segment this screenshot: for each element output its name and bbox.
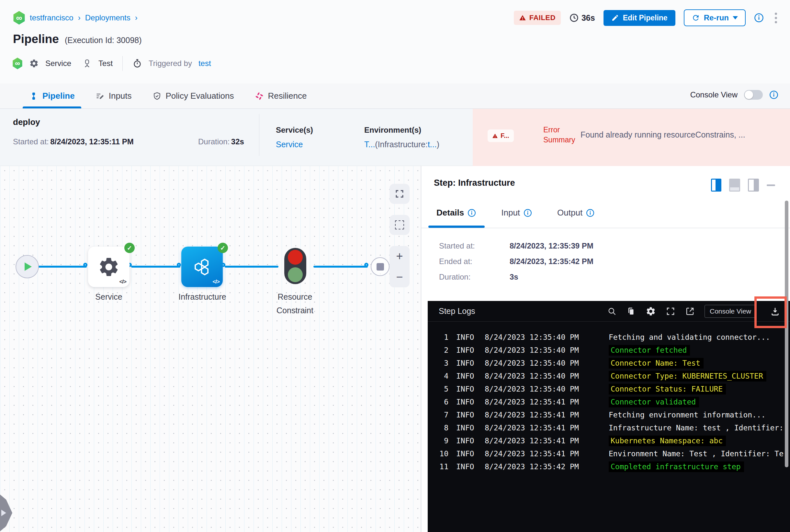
page-title: Pipeline xyxy=(13,32,59,46)
info-icon[interactable] xyxy=(769,90,778,99)
detail-row: Duration: 3s xyxy=(439,269,593,285)
shield-check-icon xyxy=(152,92,162,101)
title-row: Pipeline (Execution Id: 30098) xyxy=(13,32,142,46)
code-icon: </> xyxy=(213,279,220,285)
info-icon[interactable] xyxy=(523,209,532,217)
environment-icon xyxy=(82,59,92,68)
fit-to-screen-button[interactable] xyxy=(389,184,409,204)
step-logs-panel: Step Logs Console View xyxy=(428,301,790,532)
log-lines[interactable]: 1INFO8/24/2023 12:35:40 PMFetching and v… xyxy=(428,322,790,473)
fullscreen-icon[interactable] xyxy=(666,306,675,316)
edit-pipeline-label: Edit Pipeline xyxy=(623,14,668,22)
zoom-out-button[interactable]: − xyxy=(396,271,403,283)
breadcrumb-project-link[interactable]: testfrancisco xyxy=(30,13,73,22)
chevron-down-icon xyxy=(733,16,738,19)
traffic-light-red xyxy=(288,250,303,265)
divider xyxy=(122,56,123,71)
pipeline-start-node[interactable] xyxy=(16,255,39,278)
split-bottom-view-button[interactable] xyxy=(729,178,740,192)
expand-arrow-icon xyxy=(1,510,6,516)
rerun-button[interactable]: Re-run xyxy=(684,10,746,26)
more-options-button[interactable] xyxy=(772,11,779,24)
tab-label: Pipeline xyxy=(42,91,75,101)
divider xyxy=(259,114,259,156)
divider xyxy=(421,228,790,228)
split-right-view-button[interactable] xyxy=(711,178,721,192)
tab-details[interactable]: Details xyxy=(437,208,476,218)
stop-icon xyxy=(376,263,384,270)
warning-icon xyxy=(519,14,526,21)
step-logs-header: Step Logs Console View xyxy=(428,301,790,322)
node-label: Infrastructure xyxy=(165,290,240,304)
step-panel-title: Step: Infrastructure xyxy=(434,178,515,188)
tab-input[interactable]: Input xyxy=(501,208,532,218)
step-detail-rows: Started at: 8/24/2023, 12:35:39 PM Ended… xyxy=(439,238,593,285)
breadcrumb-deployments-link[interactable]: Deployments xyxy=(85,13,130,22)
log-settings-icon[interactable] xyxy=(646,306,656,317)
pencil-icon xyxy=(611,14,619,22)
log-line: 8INFO8/24/2023 12:35:41 PMInfrastructure… xyxy=(436,421,790,434)
log-line: 9INFO8/24/2023 12:35:41 PMKubernetes Nam… xyxy=(436,434,790,447)
header-actions: FAILED 36s Edit Pipeline Re-run xyxy=(514,9,779,26)
inputs-icon xyxy=(95,92,105,101)
gear-icon xyxy=(29,59,39,68)
service-node[interactable]: </> xyxy=(88,247,129,287)
open-external-icon[interactable] xyxy=(685,306,695,316)
edge xyxy=(38,266,87,268)
minimize-panel-button[interactable] xyxy=(767,185,775,186)
console-view-button[interactable]: Console View xyxy=(704,305,756,318)
error-summary-zone: F... Error Summary Found already running… xyxy=(473,109,790,166)
copy-icon[interactable] xyxy=(626,306,636,316)
console-view-toggle[interactable] xyxy=(744,90,763,100)
panel-layout-controls xyxy=(711,178,775,192)
edit-pipeline-button[interactable]: Edit Pipeline xyxy=(604,10,675,26)
tab-label: Policy Evaluations xyxy=(166,91,234,101)
panel-scrollbar[interactable] xyxy=(785,201,788,467)
node-port xyxy=(83,263,87,267)
pipeline-end-node[interactable] xyxy=(371,257,389,276)
split-panel-view-button[interactable] xyxy=(748,178,759,192)
step-logs-title: Step Logs xyxy=(439,306,475,316)
harness-logo-icon: ∞ xyxy=(13,11,25,24)
tab-output[interactable]: Output xyxy=(557,208,594,218)
play-icon xyxy=(24,263,32,271)
console-view-cluster: Console View xyxy=(690,90,778,100)
success-check-icon: ✓ xyxy=(124,243,135,253)
edge xyxy=(313,266,368,268)
refresh-icon xyxy=(692,14,700,22)
tab-resilience[interactable]: Resilience xyxy=(247,83,315,109)
info-icon[interactable] xyxy=(754,13,764,23)
log-line: 10INFO8/24/2023 12:35:41 PMEnvironment N… xyxy=(436,447,790,460)
node-label: Service xyxy=(88,290,129,304)
page-header: ∞ testfrancisco › Deployments › Pipeline… xyxy=(0,0,790,83)
execution-summary-bar: deploy Started at: 8/24/2023, 12:35:11 P… xyxy=(0,109,790,166)
marquee-icon xyxy=(395,221,404,229)
infrastructure-node[interactable]: </> xyxy=(181,247,223,287)
info-icon[interactable] xyxy=(586,209,594,217)
resource-constraint-node[interactable] xyxy=(284,248,306,284)
tab-policy-evaluations[interactable]: Policy Evaluations xyxy=(145,83,242,109)
pipeline-graph-canvas[interactable] xyxy=(0,166,421,532)
node-label: Resource Constraint xyxy=(269,290,321,317)
zoom-controls: + − xyxy=(389,246,409,287)
tab-pipeline[interactable]: Pipeline xyxy=(21,83,82,109)
step-detail-tabs: Details Input Output xyxy=(437,208,594,218)
meta-row: ∞ Service Test Triggered by test xyxy=(12,56,211,71)
search-icon[interactable] xyxy=(607,307,617,316)
detail-row: Started at: 8/24/2023, 12:35:39 PM xyxy=(439,238,593,254)
environments-value[interactable]: T...(Infrastructure:t...) xyxy=(364,140,439,149)
annotation-highlight-box xyxy=(754,297,787,328)
success-check-icon: ✓ xyxy=(218,243,228,253)
tab-inputs[interactable]: Inputs xyxy=(88,83,140,109)
marquee-select-button[interactable] xyxy=(389,215,409,235)
log-line: 5INFO8/24/2023 12:35:40 PMConnector Stat… xyxy=(436,382,790,396)
info-icon[interactable] xyxy=(467,209,476,217)
services-value-link[interactable]: Service xyxy=(276,140,303,149)
triggered-by-value[interactable]: test xyxy=(199,59,211,68)
log-line: 3INFO8/24/2023 12:35:40 PMConnector Name… xyxy=(436,357,790,369)
started-at: Started at: 8/24/2023, 12:35:11 PM xyxy=(13,137,134,146)
log-line: 11INFO8/24/2023 12:35:42 PMCompleted inf… xyxy=(436,460,790,473)
pipeline-icon xyxy=(29,92,38,101)
zoom-in-button[interactable]: + xyxy=(396,250,403,262)
duration: Duration: 32s xyxy=(198,137,244,146)
